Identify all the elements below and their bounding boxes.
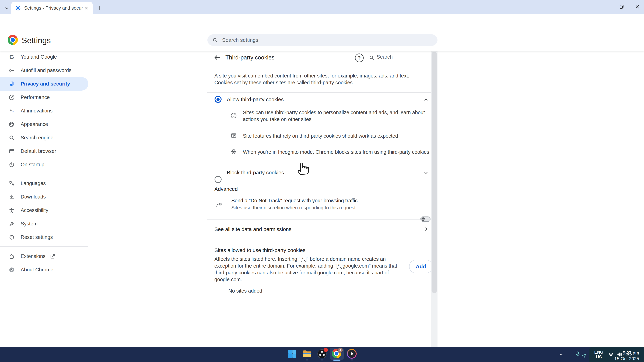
accessibility-person-icon (8, 207, 15, 214)
tray-chevron-up-icon[interactable] (557, 350, 565, 359)
app-running-indicator (321, 360, 323, 361)
file-explorer-icon[interactable] (301, 348, 313, 360)
google-g-icon: G (8, 54, 15, 60)
settings-gear-favicon (15, 5, 21, 11)
mouse-cursor-hand (296, 161, 310, 176)
sidebar-item-extensions[interactable]: Extensions (0, 250, 88, 263)
search-settings-box[interactable] (208, 34, 438, 46)
sidebar-item-downloads[interactable]: Downloads (0, 190, 88, 204)
cookie-icon (230, 112, 238, 120)
browser-window-icon (8, 148, 15, 155)
sidebar-item-search-engine[interactable]: Search engine (0, 131, 88, 144)
window-minimize-button[interactable] (600, 1, 612, 12)
intro-text: A site you visit can embed content from … (214, 72, 422, 86)
window-close-button[interactable] (631, 1, 644, 12)
speedometer-icon (8, 94, 15, 101)
tab-strip: Settings - Privacy and security (0, 0, 644, 14)
page-search-input[interactable] (376, 54, 430, 61)
clock-date: 15 Oct 2025 (614, 356, 639, 362)
tab-search-chevron-icon[interactable] (3, 4, 10, 12)
incognito-icon (230, 148, 238, 156)
back-arrow-button[interactable] (213, 53, 221, 61)
taskbar-clock[interactable]: 5:27 am 15 Oct 2025 (614, 350, 639, 362)
tab-title: Settings - Privacy and security (24, 5, 83, 11)
sidebar-item-on-startup[interactable]: On startup (0, 158, 88, 171)
wrench-icon (8, 221, 15, 227)
chevron-right-icon (423, 226, 430, 233)
help-icon[interactable]: ? (355, 53, 364, 62)
advanced-heading: Advanced (214, 186, 238, 192)
start-button[interactable] (286, 348, 298, 360)
download-icon (8, 194, 15, 200)
reset-icon (8, 234, 15, 241)
see-all-label: See all site data and permissions (214, 226, 292, 232)
exceptions-heading: Sites allowed to use third-party cookies (214, 247, 306, 253)
dnt-title: Send a "Do Not Track" request with your … (231, 197, 413, 204)
app-running-indicator (306, 360, 308, 361)
new-tab-button[interactable] (96, 4, 104, 12)
external-link-icon (50, 254, 55, 259)
window-restore-button[interactable] (616, 1, 628, 12)
app-running-indicator (350, 360, 353, 361)
page-search-icon (368, 54, 375, 61)
chrome-logo (8, 35, 18, 45)
sidebar-item-reset-settings[interactable]: Reset settings (0, 231, 88, 244)
tab-close-icon[interactable] (83, 5, 90, 11)
exceptions-description: Affects the sites listed here. Inserting… (214, 256, 404, 283)
allow-detail-3: When you're in Incognito mode, Chrome bl… (243, 149, 430, 155)
allow-radio[interactable] (214, 96, 222, 103)
sidebar-item-appearance[interactable]: Appearance (0, 117, 88, 131)
sidebar-item-autofill[interactable]: Autofill and passwords (0, 64, 88, 77)
search-settings-input[interactable] (222, 37, 415, 43)
recording-badge (324, 348, 328, 352)
wifi-icon[interactable] (607, 351, 615, 359)
row-separator (418, 166, 419, 180)
block-radio-label: Block third-party cookies (227, 170, 284, 176)
chrome-profile-badge: J (338, 348, 343, 353)
browser-tab[interactable]: Settings - Privacy and security (11, 2, 93, 14)
language-indicator[interactable]: ENG US (592, 350, 606, 359)
obs-icon[interactable] (316, 348, 328, 360)
allow-detail-1: Sites can use third-party cookies to per… (243, 109, 430, 123)
sidebar-item-accessibility[interactable]: Accessibility (0, 204, 88, 217)
chrome-gray-icon (8, 267, 15, 273)
translate-icon (8, 180, 15, 187)
sidebar-item-about-chrome[interactable]: About Chrome (0, 263, 88, 277)
microphone-icon[interactable] (574, 350, 581, 359)
sidebar-item-default-browser[interactable]: Default browser (0, 144, 88, 158)
expand-chevron-down-icon[interactable] (422, 169, 430, 177)
sidebar-item-system[interactable]: System (0, 217, 88, 231)
location-arrow-icon[interactable] (581, 352, 588, 360)
row-separator (418, 94, 419, 105)
puzzle-icon (8, 253, 15, 260)
sidebar-item-performance[interactable]: Performance (0, 91, 88, 104)
sidebar-item-languages[interactable]: Languages (0, 177, 88, 190)
sidebar-item-privacy-and-security[interactable]: Privacy and security (0, 77, 88, 91)
media-player-icon[interactable] (346, 348, 358, 360)
section-title: Third-party cookies (226, 54, 274, 61)
sidebar-divider (0, 246, 88, 247)
magnifier-icon (8, 134, 15, 141)
scrollbar-thumb[interactable] (432, 52, 437, 293)
do-not-track-icon (215, 200, 223, 209)
key-icon (8, 67, 15, 74)
palette-icon (8, 121, 15, 128)
collapse-chevron-up-icon[interactable] (422, 96, 430, 103)
block-radio[interactable] (214, 176, 222, 183)
sidebar-item-you-and-google[interactable]: G You and Google (0, 50, 88, 64)
search-icon (212, 37, 218, 43)
chrome-taskbar-icon[interactable]: J (331, 348, 342, 360)
shield-icon (8, 81, 15, 87)
power-icon (8, 161, 15, 168)
allow-radio-label: Allow third-party cookies (227, 96, 284, 102)
sidebar-item-ai-innovations[interactable]: AI innovations (0, 104, 88, 117)
sparkle-icon (8, 107, 15, 114)
browser-toolbar: Chrome chrome://settings/cookies J (0, 14, 644, 29)
page-title: Settings (22, 36, 51, 45)
allow-detail-2: Site features that rely on third-party c… (243, 133, 430, 139)
site-features-icon (230, 131, 238, 140)
add-site-button[interactable]: Add (409, 260, 432, 273)
active-app-indicator (333, 360, 340, 361)
clock-time: 5:27 am (614, 350, 639, 356)
dnt-subtitle: Sites use their discretion when respondi… (231, 205, 413, 211)
